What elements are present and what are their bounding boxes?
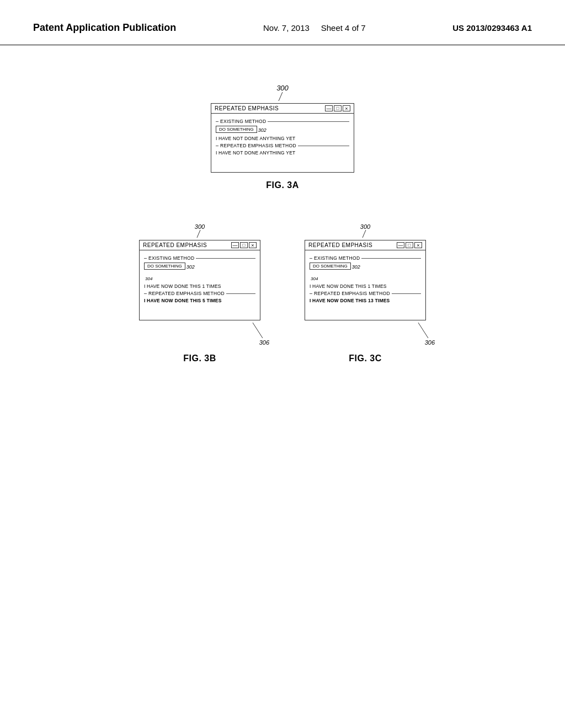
fig3c-window-title: REPEATED EMPHASIS [308,242,372,248]
fig3c-window: REPEATED EMPHASIS — □ × EXISTING METHOD … [305,240,426,320]
fig3b-existing-method-label: EXISTING METHOD [144,255,255,261]
fig3b-maximize-btn[interactable]: □ [240,242,248,248]
fig3b-ref306-arrow [247,323,269,339]
fig3c-close-btn[interactable]: × [414,242,422,248]
fig3b-caption: FIG. 3B [183,354,216,363]
fig3a-ref-arrow [274,92,291,102]
fig3c-ref306-arrow [413,323,435,339]
fig3b-minimize-btn[interactable]: — [231,242,239,248]
fig3a-status-repeated: I HAVE NOT DONE ANYTHING YET [216,150,349,156]
svg-line-4 [418,323,428,338]
fig3a-title-bar: REPEATED EMPHASIS — □ × [211,104,354,114]
fig3a-repeated-label: REPEATED EMPHASIS METHOD [216,143,349,148]
fig3b-window-wrapper: 300 REPEATED EMPHASIS — □ × [139,223,260,346]
fig3b-window: REPEATED EMPHASIS — □ × EXISTING METHOD … [139,240,260,320]
fig3a-spacer [216,157,349,167]
fig3c-controls: — □ × [397,242,422,248]
fig3b-ref-300: 300 [195,223,205,230]
fig3b-window-title: REPEATED EMPHASIS [143,242,207,248]
fig3b-window-body: EXISTING METHOD DO SOMETHING 302 304 I H… [140,250,260,320]
fig3a-minimize-btn[interactable]: — [325,105,333,111]
fig3c-repeated-label: REPEATED EMPHASIS METHOD [310,291,421,296]
fig3a-ref-302: 302 [258,127,266,133]
fig3b-ref-306: 306 [259,339,269,346]
fig3c-ref-300: 300 [360,223,370,230]
page-header: Patent Application Publication Nov. 7, 2… [0,0,565,45]
fig3bc-section: 300 REPEATED EMPHASIS — □ × [139,223,426,363]
fig3a-caption: FIG. 3A [266,180,299,190]
fig3c-existing-method-label: EXISTING METHOD [310,255,421,261]
fig3a-close-btn[interactable]: × [343,105,350,111]
fig3b-spacer [144,304,255,314]
fig3c-ref-306: 306 [425,339,435,346]
svg-line-1 [197,230,200,238]
main-content: 300 REPEATED EMPHASIS — □ × [0,51,565,374]
fig3b-title-bar: REPEATED EMPHASIS — □ × [140,240,260,250]
fig3b-do-something-btn[interactable]: DO SOMETHING [144,263,185,270]
fig3a-window-wrapper: 300 REPEATED EMPHASIS — □ × [211,84,354,173]
fig3c-minimize-btn[interactable]: — [397,242,404,248]
fig3a-existing-method-label: EXISTING METHOD [216,119,349,124]
fig3a-controls: — □ × [325,105,350,111]
fig3c-ref-arrow [359,230,372,239]
publication-title: Patent Application Publication [33,22,176,34]
fig3a-section: 300 REPEATED EMPHASIS — □ × [211,84,354,190]
svg-line-0 [279,92,282,101]
fig3a-window: REPEATED EMPHASIS — □ × EXISTING METHOD … [211,103,354,173]
patent-number: US 2013/0293463 A1 [452,23,532,33]
fig3c-title-bar: REPEATED EMPHASIS — □ × [305,240,425,250]
fig3b-repeated-label: REPEATED EMPHASIS METHOD [144,291,255,296]
fig3b-ref-arrow [193,230,207,239]
fig3b-controls: — □ × [231,242,257,248]
fig3c-btn-row: DO SOMETHING 302 [310,263,421,271]
publication-date-sheet: Nov. 7, 2013 Sheet 4 of 7 [263,23,366,33]
fig3b-close-btn[interactable]: × [249,242,257,248]
fig3b-ref-302: 302 [186,264,195,270]
fig3c-maximize-btn[interactable]: □ [406,242,413,248]
fig3a-status-existing: I HAVE NOT DONE ANYTHING YET [216,136,349,141]
fig3a-window-title: REPEATED EMPHASIS [215,105,279,111]
fig3a-btn-row: DO SOMETHING 302 [216,126,349,135]
fig3c-column: 300 REPEATED EMPHASIS — □ × [305,223,426,363]
fig3b-column: 300 REPEATED EMPHASIS — □ × [139,223,260,363]
fig3c-do-something-btn[interactable]: DO SOMETHING [310,263,351,270]
fig3a-maximize-btn[interactable]: □ [334,105,342,111]
fig3c-caption: FIG. 3C [349,354,382,363]
fig3c-ref-304: 304 [311,276,318,281]
fig3c-window-body: EXISTING METHOD DO SOMETHING 302 304 I H… [305,250,425,320]
fig3b-status-repeated: I HAVE NOW DONE THIS 5 TIMES [144,298,255,303]
svg-line-3 [363,230,366,238]
fig3a-do-something-btn[interactable]: DO SOMETHING [216,126,257,133]
fig3b-ref-304: 304 [145,276,152,281]
fig3c-window-wrapper: 300 REPEATED EMPHASIS — □ × [305,223,426,346]
fig3a-ref-300: 300 [276,84,289,92]
fig3c-status-existing: I HAVE NOW DONE THIS 1 TIMES [310,283,421,289]
fig3c-status-repeated: I HAVE NOW DONE THIS 13 TIMES [310,298,421,303]
fig3b-btn-row: DO SOMETHING 302 [144,263,255,271]
fig3c-spacer [310,304,421,314]
fig3b-status-existing: I HAVE NOW DONE THIS 1 TIMES [144,283,255,289]
fig3a-window-body: EXISTING METHOD DO SOMETHING 302 I HAVE … [211,114,354,172]
svg-line-2 [253,323,263,338]
fig3c-ref-302: 302 [352,264,360,270]
